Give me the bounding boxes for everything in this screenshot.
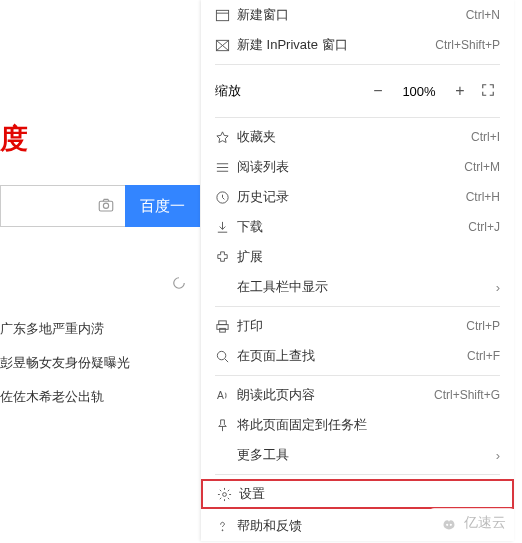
zoom-in-button[interactable]: + [444,82,476,100]
menu-item-new-inprivate[interactable]: 新建 InPrivate 窗口 Ctrl+Shift+P [201,30,514,60]
menu-shortcut: Ctrl+J [468,220,500,234]
loading-spinner [172,276,186,293]
search-icon [215,349,237,364]
menu-divider [215,474,500,475]
menu-shortcut: Ctrl+I [471,130,500,144]
menu-shortcut: Ctrl+Shift+P [435,38,500,52]
svg-point-20 [450,524,452,526]
read-aloud-icon: A [215,388,237,403]
chevron-right-icon: › [496,280,500,295]
fullscreen-icon[interactable] [476,83,500,100]
menu-divider [215,64,500,65]
menu-label: 新建 InPrivate 窗口 [237,36,435,54]
menu-label: 下载 [237,218,468,236]
menu-label: 收藏夹 [237,128,471,146]
list-item[interactable]: 广东多地严重内涝 [0,312,130,346]
menu-label: 打印 [237,317,466,335]
menu-item-show-in-toolbar[interactable]: 在工具栏中显示 › [201,272,514,302]
svg-point-19 [446,524,448,526]
menu-shortcut: Ctrl+Shift+G [434,388,500,402]
svg-point-14 [217,351,225,359]
history-icon [215,190,237,205]
menu-label: 阅读列表 [237,158,464,176]
menu-item-downloads[interactable]: 下载 Ctrl+J [201,212,514,242]
svg-rect-11 [219,320,227,324]
watermark: 亿速云 [430,508,514,538]
menu-item-more-tools[interactable]: 更多工具 › [201,440,514,470]
browser-menu: 新建窗口 Ctrl+N 新建 InPrivate 窗口 Ctrl+Shift+P… [201,0,514,541]
menu-item-favorites[interactable]: 收藏夹 Ctrl+I [201,122,514,152]
menu-item-print[interactable]: 打印 Ctrl+P [201,311,514,341]
zoom-out-button[interactable]: − [362,82,394,100]
menu-item-find[interactable]: 在页面上查找 Ctrl+F [201,341,514,371]
window-icon [215,8,237,23]
menu-item-read-aloud[interactable]: A 朗读此页内容 Ctrl+Shift+G [201,380,514,410]
list-item[interactable]: 佐佐木希老公出轨 [0,380,130,414]
menu-label: 在工具栏中显示 [237,278,496,296]
svg-point-1 [103,203,108,208]
watermark-text: 亿速云 [464,514,506,532]
menu-divider [215,117,500,118]
menu-shortcut: Ctrl+H [466,190,500,204]
menu-label: 新建窗口 [237,6,466,24]
inprivate-icon [215,38,237,53]
menu-label: 将此页面固定到任务栏 [237,416,500,434]
menu-label: 历史记录 [237,188,466,206]
zoom-label: 缩放 [215,82,362,100]
help-icon [215,519,237,534]
svg-line-15 [225,358,228,361]
menu-shortcut: Ctrl+M [464,160,500,174]
hot-search-list: 广东多地严重内涝 彭昱畅女友身份疑曝光 佐佐木希老公出轨 [0,312,130,414]
svg-point-17 [223,492,227,496]
menu-label: 朗读此页内容 [237,386,434,404]
baidu-logo-fragment: 度 [0,120,28,158]
star-icon [215,130,237,145]
svg-point-18 [222,529,223,530]
pin-icon [215,418,237,433]
download-icon [215,220,237,235]
zoom-value: 100% [394,84,444,99]
menu-item-new-window[interactable]: 新建窗口 Ctrl+N [201,0,514,30]
menu-item-history[interactable]: 历史记录 Ctrl+H [201,182,514,212]
menu-item-settings[interactable]: 设置 [201,479,514,509]
menu-zoom-row: 缩放 − 100% + [201,69,514,113]
svg-text:A: A [217,390,224,401]
menu-divider [215,375,500,376]
menu-item-pin-taskbar[interactable]: 将此页面固定到任务栏 [201,410,514,440]
print-icon [215,319,237,334]
menu-divider [215,306,500,307]
extensions-icon [215,250,237,265]
menu-label: 扩展 [237,248,500,266]
chevron-right-icon: › [496,448,500,463]
svg-rect-2 [216,10,228,20]
menu-shortcut: Ctrl+N [466,8,500,22]
reading-list-icon [215,160,237,175]
camera-icon[interactable] [97,196,115,217]
menu-label: 设置 [239,485,498,503]
search-button[interactable]: 百度一 [125,185,200,227]
menu-item-reading-list[interactable]: 阅读列表 Ctrl+M [201,152,514,182]
menu-shortcut: Ctrl+F [467,349,500,363]
menu-label: 更多工具 [237,446,496,464]
search-bar: 百度一 [0,185,200,227]
search-input[interactable] [0,185,125,227]
menu-shortcut: Ctrl+P [466,319,500,333]
menu-label: 在页面上查找 [237,347,467,365]
list-item[interactable]: 彭昱畅女友身份疑曝光 [0,346,130,380]
menu-item-extensions[interactable]: 扩展 [201,242,514,272]
gear-icon [217,487,239,502]
